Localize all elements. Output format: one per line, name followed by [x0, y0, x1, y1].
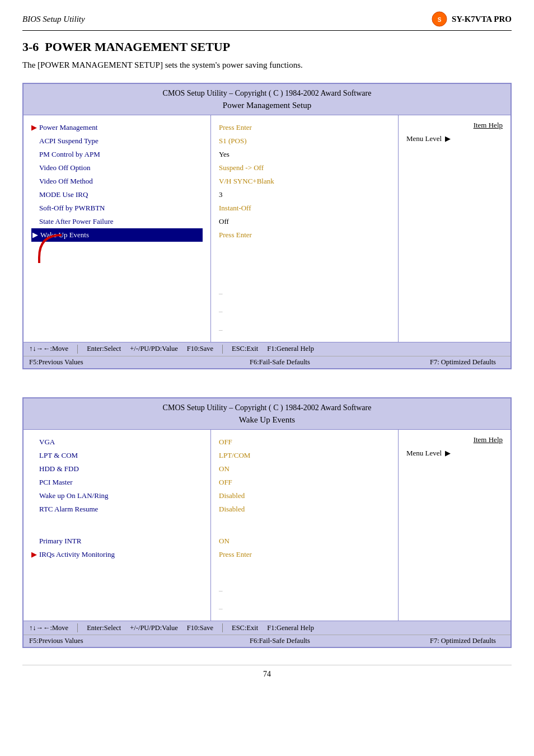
menu-level-arrow: ▶: [445, 449, 451, 458]
divider: [222, 623, 223, 632]
value-item: –: [219, 323, 390, 336]
f5-prev: F5:Previous Values: [29, 637, 130, 645]
page-header: BIOS Setup Utility S SY-K7VTA PRO: [22, 11, 512, 31]
value-item: V/H SYNC+Blank: [219, 175, 390, 188]
item-label: State After Power Failure: [39, 215, 114, 228]
list-item: ▶ RTC Alarm Resume: [31, 503, 203, 516]
brand-logo-icon: S: [432, 11, 447, 27]
section-desc: The [POWER MANAGEMENT SETUP] sets the sy…: [22, 59, 512, 72]
value-item: Press Enter: [219, 228, 390, 242]
bios-box-1-left-col: ▶ Power Management ▶ ACPI Suspend Type ▶…: [24, 115, 211, 342]
red-arrow-svg: [28, 229, 73, 263]
statusbar-row2: F5:Previous Values F6:Fail-Safe Defaults…: [24, 635, 510, 647]
bios-box-1-content: ▶ Power Management ▶ ACPI Suspend Type ▶…: [24, 115, 510, 342]
statusbar-row1: ↑↓→←:Move Enter:Select +/-/PU/PD:Value F…: [24, 342, 510, 356]
divider: [77, 623, 78, 632]
f7-optimized: F7: Optimized Defaults: [430, 637, 496, 645]
value-item: Disabled: [219, 503, 390, 516]
value-item: Off: [219, 215, 390, 228]
value-item: ON: [219, 462, 390, 476]
item-label: MODE Use IRQ: [39, 188, 88, 201]
value-item: –: [219, 584, 390, 597]
list-item: ▶ State After Power Failure: [31, 215, 203, 228]
bios-box-1-help-col: Item Help Menu Level ▶: [399, 115, 510, 342]
bios-box-2-content: ▶ VGA ▶ LPT & COM ▶ HDD & FDD ▶ PCI Mast…: [24, 430, 510, 621]
list-item: ▶ LPT & COM: [31, 449, 203, 462]
esc-exit: ESC:Exit: [232, 345, 258, 353]
esc-exit: ESC:Exit: [232, 624, 258, 632]
list-item: ▶ Wake up On LAN/Ring: [31, 489, 203, 503]
bios-box-2-mid-col: OFF LPT/COM ON OFF Disabled Disabled ON …: [211, 430, 399, 621]
list-item: ▶ HDD & FDD: [31, 462, 203, 476]
f10-save: F10:Save: [187, 624, 213, 632]
value-item: Instant-Off: [219, 201, 390, 215]
list-item: ▶ IRQs Activity Monitoring: [31, 548, 203, 561]
value-item: OFF: [219, 476, 390, 489]
value-item: Press Enter: [219, 121, 390, 134]
list-item: ▶ Video Off Method: [31, 175, 203, 188]
statusbar-row2: F5:Previous Values F6:Fail-Safe Defaults…: [24, 356, 510, 368]
value-keys: +/-/PU/PD:Value: [130, 345, 178, 353]
list-item: ▶ PCI Master: [31, 476, 203, 489]
list-item: ▶ ACPI Suspend Type: [31, 134, 203, 148]
menu-level-label: Menu Level: [406, 134, 442, 143]
value-keys: +/-/PU/PD:Value: [130, 624, 178, 632]
list-item: ▶ Power Management: [31, 121, 203, 134]
item-label: Wake up On LAN/Ring: [39, 489, 109, 503]
f1-help: F1:General Help: [267, 624, 314, 632]
section-title: 3-6 POWER MANAGEMENT SETUP: [22, 40, 512, 54]
item-label: LPT & COM: [39, 449, 78, 462]
enter-select: Enter:Select: [87, 345, 121, 353]
divider: [222, 345, 223, 354]
value-item: S1 (POS): [219, 134, 390, 148]
value-item: OFF: [219, 435, 390, 449]
item-label: PM Control by APM: [39, 148, 100, 161]
arrow-annotation: [22, 369, 512, 386]
help-title: Item Help: [406, 435, 503, 444]
f1-help: F1:General Help: [267, 345, 314, 353]
f6-defaults: F6:Fail-Safe Defaults: [139, 358, 421, 367]
brand-name: SY-K7VTA PRO: [452, 15, 512, 24]
divider: [77, 345, 78, 354]
list-item: ▶ Video Off Option: [31, 161, 203, 175]
header-brand: S SY-K7VTA PRO: [432, 11, 512, 27]
bios-box-1-mid-col: Press Enter S1 (POS) Yes Suspend -> Off …: [211, 115, 399, 342]
menu-level-arrow: ▶: [445, 134, 451, 143]
move-keys: ↑↓→←:Move: [29, 624, 68, 632]
list-item: ▶ VGA: [31, 435, 203, 449]
statusbar-row1: ↑↓→←:Move Enter:Select +/-/PU/PD:Value F…: [24, 621, 510, 635]
menu-level: Menu Level ▶: [406, 134, 503, 143]
bios-box-2-help-col: Item Help Menu Level ▶: [399, 430, 510, 621]
f6-defaults: F6:Fail-Safe Defaults: [139, 637, 421, 645]
menu-level: Menu Level ▶: [406, 449, 503, 458]
list-item: ▶ PM Control by APM: [31, 148, 203, 161]
item-label: RTC Alarm Resume: [39, 503, 98, 516]
value-item: Suspend -> Off: [219, 161, 390, 175]
value-item: Yes: [219, 148, 390, 161]
item-label: Soft-Off by PWRBTN: [39, 201, 105, 215]
bios-box-1-title: CMOS Setup Utility – Copyright ( C ) 198…: [24, 84, 510, 116]
value-item: [219, 516, 390, 534]
item-label: PCI Master: [39, 476, 73, 489]
item-label: Video Off Method: [39, 175, 93, 188]
value-item: Disabled: [219, 489, 390, 503]
f10-save: F10:Save: [187, 345, 213, 353]
svg-text:S: S: [438, 17, 442, 23]
list-item: ▶ Primary INTR: [31, 534, 203, 548]
f7-optimized: F7: Optimized Defaults: [430, 358, 496, 367]
item-label: Primary INTR: [39, 534, 81, 548]
bios-box-2: CMOS Setup Utility – Copyright ( C ) 198…: [22, 397, 512, 648]
bios-box-2-statusbar: ↑↓→←:Move Enter:Select +/-/PU/PD:Value F…: [24, 621, 510, 647]
right-arrow-icon: ▶: [31, 121, 37, 134]
bios-box-2-left-col: ▶ VGA ▶ LPT & COM ▶ HDD & FDD ▶ PCI Mast…: [24, 430, 211, 621]
bios-box-2-title: CMOS Setup Utility – Copyright ( C ) 198…: [24, 398, 510, 430]
value-item: –: [219, 602, 390, 615]
item-label: HDD & FDD: [39, 462, 79, 476]
item-label: VGA: [39, 435, 55, 449]
move-keys: ↑↓→←:Move: [29, 345, 68, 353]
page-number: 74: [22, 665, 512, 679]
value-item: –: [219, 287, 390, 300]
item-label: Power Management: [39, 121, 97, 134]
enter-select: Enter:Select: [87, 624, 121, 632]
item-label: IRQs Activity Monitoring: [39, 548, 115, 561]
